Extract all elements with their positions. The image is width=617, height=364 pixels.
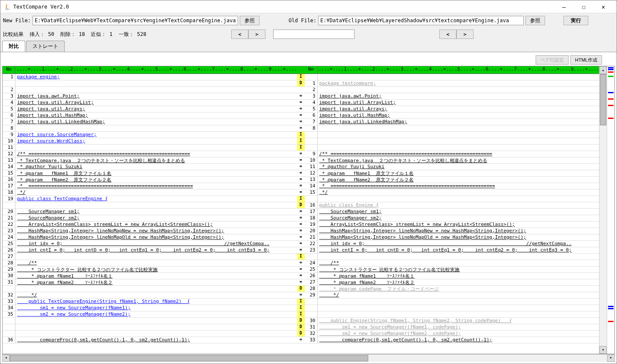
code-row[interactable]: 6import java.util.HashMap; — [3, 112, 297, 119]
minimap-mark[interactable] — [608, 92, 614, 93]
code-row[interactable]: 5import java.util.Arrays; — [305, 106, 599, 112]
code-row[interactable]: 12/** ==================================… — [3, 151, 297, 157]
pair-setting-button[interactable]: ペア行設定 — [536, 55, 569, 65]
code-row[interactable]: 23 HashMap<String,Integer> lineNoMapNew … — [3, 228, 297, 234]
new-file-browse-button[interactable]: 参照 — [240, 16, 259, 25]
code-row[interactable]: 21 HashMap<String,Integer> lineNoMapOld … — [305, 234, 599, 241]
old-file-browse-button[interactable]: 参照 — [525, 16, 545, 25]
new-file-input[interactable] — [33, 16, 238, 25]
code-row[interactable]: 23 int cntI = 0; int cntD = 0; int cntEq… — [305, 247, 599, 254]
nav-next-left-button[interactable]: ＞ — [248, 30, 265, 39]
code-row[interactable]: 10import source.WordClass; — [3, 138, 297, 145]
horizontal-scrollbar[interactable]: ◂ ▸ — [2, 354, 615, 362]
code-row[interactable] — [305, 254, 599, 260]
code-row[interactable]: 26 int cntI = 0; int cntD = 0; int cntEq… — [3, 247, 297, 254]
code-row[interactable]: 21 SourceManager sm2; — [3, 215, 297, 222]
code-row[interactable]: 2 — [305, 87, 599, 93]
code-row[interactable]: 9/** ===================================… — [305, 151, 599, 157]
code-row[interactable]: 29 */ — [305, 292, 599, 299]
tab-compare[interactable]: 対比 — [2, 41, 25, 52]
html-create-button[interactable]: HTML作成 — [570, 55, 602, 65]
scroll-left-icon[interactable]: ◂ — [2, 355, 10, 362]
scroll-up-icon[interactable]: ▴ — [599, 66, 607, 74]
code-row[interactable]: 35 sm2 = new SourceManager(fName2); — [3, 311, 297, 318]
code-row[interactable]: 4import java.util.ArrayList; — [3, 100, 297, 106]
maximize-button[interactable]: ☐ — [574, 0, 593, 13]
code-row[interactable] — [3, 202, 297, 209]
code-row[interactable] — [305, 138, 599, 145]
code-row[interactable]: 31 * @param fName2 ｿｰｽﾌｧｲﾙ名２ — [3, 279, 297, 286]
code-row[interactable]: 5import java.util.Arrays; — [3, 106, 297, 112]
code-row[interactable]: 13 * TextCompare.java ２つのテキスト・ソースを比較し相違点… — [3, 157, 297, 164]
code-row[interactable] — [305, 196, 599, 202]
code-row[interactable]: 27 * @param fName2 ｿｰｽﾌｧｲﾙ名２ — [305, 279, 599, 286]
code-row[interactable]: 16public class Engine { — [305, 202, 599, 209]
code-row[interactable]: 34 sm1 = new SourceManager(fName1); — [3, 305, 297, 311]
minimap-mark[interactable] — [608, 306, 614, 307]
code-row[interactable]: 14 * @author Yuuji Suzuki — [3, 164, 297, 170]
code-row[interactable]: 2 — [3, 87, 297, 93]
code-row[interactable]: 19 ArrayList<StreemClass> streemList = n… — [305, 222, 599, 228]
minimap-mark[interactable] — [608, 321, 614, 322]
code-row[interactable]: 28 /** — [3, 260, 297, 266]
code-row[interactable]: 3import java.awt.Point; — [3, 93, 297, 100]
tab-straight[interactable]: ストレート — [26, 41, 65, 52]
minimap-mark[interactable] — [608, 308, 614, 309]
code-row[interactable]: 28 * @param codePage ファイル・コードページ — [305, 286, 599, 292]
nav-search-left-input[interactable] — [273, 30, 355, 39]
code-row[interactable]: 15 * @param fName1 原文ファイル１名 — [3, 170, 297, 177]
code-row[interactable]: 26 * @param fName1 ｿｰｽﾌｧｲﾙ名１ — [305, 273, 599, 279]
code-row[interactable]: 24 /** — [305, 260, 599, 266]
code-row[interactable]: 18 */ — [3, 189, 297, 196]
code-row[interactable]: 12 * @param fName1 原文ファイル１名 — [305, 170, 599, 177]
code-row[interactable]: 20 SourceManager sm1; — [3, 209, 297, 215]
code-row[interactable]: 25 * コンストラクター 比較する２つのファイル名で比較実施 — [305, 266, 599, 273]
code-row[interactable]: 30 public Engine(String fName1, String f… — [305, 318, 599, 324]
code-row[interactable]: 25 int idx = 0; //getNextCompa.. — [3, 241, 297, 247]
code-row[interactable]: 10 * TextCompare.java ２つのテキスト・ソースを比較し相違点… — [305, 157, 599, 164]
code-row[interactable] — [305, 74, 599, 80]
code-row[interactable]: 13 * @param fName2 原文ファイル２名 — [305, 177, 599, 183]
code-row[interactable]: 30 * @param fName1 ｿｰｽﾌｧｲﾙ名１ — [3, 273, 297, 279]
code-row[interactable]: 14 * ===================================… — [305, 183, 599, 189]
diff-minimap[interactable] — [607, 66, 614, 354]
code-row[interactable] — [3, 286, 297, 292]
minimap-mark[interactable] — [608, 105, 614, 106]
code-row[interactable]: 1package engine; — [3, 74, 297, 80]
code-row[interactable]: 22 ArrayList<StreemClass> streemList = n… — [3, 222, 297, 228]
code-row[interactable]: 27 — [3, 254, 297, 260]
code-row[interactable]: 31 sm1 = new SourceManager(fName1, codeP… — [305, 324, 599, 331]
code-row[interactable]: 8 — [305, 125, 599, 132]
code-row[interactable] — [3, 331, 297, 337]
code-row[interactable]: 4import java.util.ArrayList; — [305, 100, 599, 106]
code-row[interactable] — [305, 132, 599, 138]
scroll-right-icon[interactable]: ▸ — [607, 355, 615, 362]
code-row[interactable]: 33 public TextCompareEngine(String fName… — [3, 299, 297, 305]
code-row[interactable]: 16 * @param fName2 原文ファイル２名 — [3, 177, 297, 183]
code-row[interactable] — [305, 311, 599, 318]
code-row[interactable]: 15 */ — [305, 189, 599, 196]
code-row[interactable]: 19public class TextCompareEngine { — [3, 196, 297, 202]
minimap-mark[interactable] — [608, 118, 614, 119]
code-row[interactable]: 36 compareProc(0,sm1.getCount()-1, 0, sm… — [3, 337, 297, 343]
old-file-input[interactable] — [318, 16, 524, 25]
minimap-mark[interactable] — [608, 76, 614, 77]
code-row[interactable]: 3import java.awt.Point; — [305, 93, 599, 100]
code-row[interactable]: 20 HashMap<String,Integer> lineNoMapNew … — [305, 228, 599, 234]
code-row[interactable] — [3, 324, 297, 331]
code-row[interactable] — [3, 80, 297, 87]
code-row[interactable]: 18 SourceManager sm2; — [305, 215, 599, 222]
nav-next-right-button[interactable]: ＞ — [456, 30, 474, 39]
code-row[interactable]: 17 * ===================================… — [3, 183, 297, 189]
minimap-mark[interactable] — [608, 69, 614, 70]
code-row[interactable]: 32 */ — [3, 292, 297, 299]
minimap-mark[interactable] — [608, 98, 614, 100]
code-row[interactable]: 7import java.util.LinkedHashMap; — [305, 119, 599, 125]
code-row[interactable]: 29 * コンストラクター 比較する２つのファイル名で比較実施 — [3, 266, 297, 273]
minimize-button[interactable]: — — [554, 0, 574, 13]
vertical-scrollbar[interactable]: ▴ ▾ — [599, 66, 607, 354]
nav-prev-left-button[interactable]: ＜ — [231, 30, 248, 39]
minimap-mark[interactable] — [608, 67, 614, 68]
scroll-down-icon[interactable]: ▾ — [599, 346, 607, 354]
close-button[interactable]: ✕ — [593, 0, 613, 13]
